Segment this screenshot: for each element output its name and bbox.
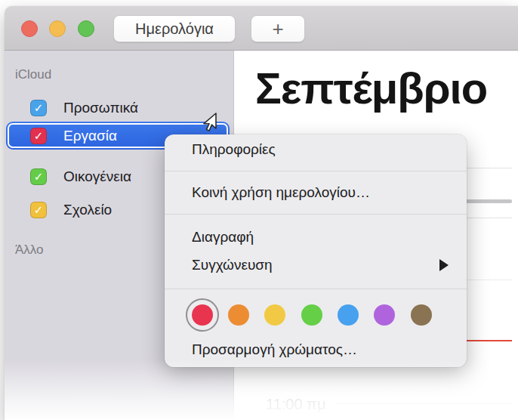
- calendar-context-menu: Πληροφορίες Κοινή χρήση ημερολογίου… Δια…: [165, 134, 467, 367]
- menu-item-label: Διαγραφή: [192, 229, 254, 245]
- menu-item-label: Πληροφορίες: [192, 141, 276, 157]
- color-swatch-red[interactable]: [192, 304, 213, 326]
- menu-item-delete[interactable]: Διαγραφή: [165, 226, 467, 249]
- calendar-label: Προσωπικά: [63, 100, 138, 116]
- calendars-toggle-button[interactable]: Ημερολόγια: [113, 15, 236, 42]
- sidebar-section-other: Άλλο: [15, 242, 44, 258]
- menu-item-label: Προσαρμογή χρώματος…: [192, 341, 357, 357]
- calendars-toggle-label: Ημερολόγια: [135, 20, 214, 38]
- calendar-checkbox-family[interactable]: [30, 168, 47, 185]
- add-event-button[interactable]: +: [251, 15, 305, 42]
- calendar-label: Εργασία: [63, 128, 117, 144]
- menu-separator: [165, 171, 467, 171]
- minimize-window-button[interactable]: [49, 20, 66, 37]
- color-swatch-brown[interactable]: [411, 304, 432, 326]
- calendar-window: Ημερολόγια + iCloud Προσωπικά Εργασία Οι…: [5, 6, 518, 420]
- titlebar: Ημερολόγια +: [5, 6, 518, 51]
- menu-item-label: Συγχώνευση: [192, 257, 273, 273]
- calendar-checkbox-work[interactable]: [30, 128, 47, 144]
- menu-separator: [165, 214, 467, 215]
- color-swatch-purple[interactable]: [374, 304, 395, 326]
- sidebar-section-icloud: iCloud: [15, 67, 51, 82]
- calendar-label: Σχολείο: [63, 202, 112, 218]
- calendar-checkbox-school[interactable]: [30, 202, 47, 218]
- hour-label: 11:00 πμ: [266, 396, 325, 413]
- plus-icon: +: [272, 17, 283, 41]
- submenu-arrow-icon: [439, 259, 449, 271]
- menu-item-custom-color[interactable]: Προσαρμογή χρώματος…: [165, 338, 467, 361]
- hour-gridline: [337, 403, 512, 404]
- zoom-window-button[interactable]: [78, 20, 94, 37]
- menu-separator: [165, 289, 467, 289]
- month-title: Σεπτέμβριο: [255, 63, 487, 113]
- close-window-button[interactable]: [21, 20, 38, 37]
- calendar-label: Οικογένεια: [63, 168, 131, 185]
- color-swatch-orange[interactable]: [228, 304, 249, 326]
- menu-item-share-calendar[interactable]: Κοινή χρήση ημερολογίου…: [165, 181, 467, 204]
- menu-item-info[interactable]: Πληροφορίες: [165, 138, 467, 161]
- menu-item-label: Κοινή χρήση ημερολογίου…: [192, 184, 370, 200]
- color-swatch-yellow[interactable]: [264, 304, 285, 326]
- mouse-cursor-icon: [199, 112, 219, 133]
- calendar-checkbox-personal[interactable]: [30, 100, 47, 116]
- color-swatch-green[interactable]: [301, 304, 322, 326]
- menu-item-merge[interactable]: Συγχώνευση: [165, 254, 467, 276]
- color-swatch-blue[interactable]: [338, 304, 359, 326]
